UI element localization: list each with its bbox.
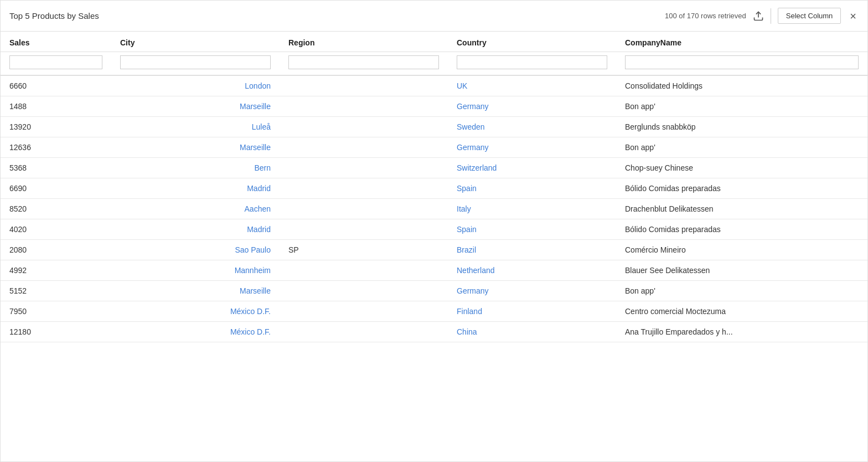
cell-country: Germany [448, 281, 616, 301]
filter-cell-company [616, 52, 867, 76]
cell-company: Bon app' [616, 96, 867, 117]
filter-input-region[interactable] [288, 55, 439, 69]
cell-region [280, 322, 448, 342]
cell-city: Luleå [111, 117, 280, 137]
table-row: 12636MarseilleGermanyBon app' [1, 137, 867, 158]
cell-country: UK [448, 75, 616, 96]
cell-region [280, 281, 448, 301]
filter-input-city[interactable] [120, 55, 271, 69]
table-row: 13920LuleåSwedenBerglunds snabbköp [1, 117, 867, 137]
cell-company: Bólido Comidas preparadas [616, 219, 867, 240]
cell-city: London [111, 75, 280, 96]
main-container: Top 5 Products by Sales 100 of 170 rows … [0, 0, 868, 462]
cell-sales: 1488 [1, 96, 111, 117]
table-body: 6660LondonUKConsolidated Holdings1488Mar… [1, 75, 867, 342]
cell-region [280, 199, 448, 219]
col-header-region: Region [280, 32, 448, 52]
table-row: 6690MadridSpainBólido Comidas preparadas [1, 178, 867, 199]
cell-region [280, 219, 448, 240]
cell-sales: 12180 [1, 322, 111, 342]
col-header-company: CompanyName [616, 32, 867, 52]
filter-cell-city [111, 52, 280, 76]
cell-company: Ana Trujillo Emparedados y h... [616, 322, 867, 342]
rows-info: 100 of 170 rows retrieved [665, 12, 746, 20]
col-header-country: Country [448, 32, 616, 52]
cell-country: Spain [448, 178, 616, 199]
cell-country: Germany [448, 137, 616, 158]
cell-company: Bólido Comidas preparadas [616, 178, 867, 199]
cell-country: Brazil [448, 240, 616, 260]
cell-city: Bern [111, 158, 280, 178]
cell-region [280, 178, 448, 199]
cell-city: Mannheim [111, 260, 280, 281]
cell-region [280, 301, 448, 322]
cell-sales: 4020 [1, 219, 111, 240]
col-header-city: City [111, 32, 280, 52]
cell-region [280, 75, 448, 96]
filter-input-sales[interactable] [9, 55, 102, 69]
table-row: 8520AachenItalyDrachenblut Delikatessen [1, 199, 867, 219]
cell-region [280, 137, 448, 158]
cell-city: Madrid [111, 219, 280, 240]
cell-sales: 6660 [1, 75, 111, 96]
filter-input-company[interactable] [625, 55, 859, 69]
header-actions: 100 of 170 rows retrieved Select Column … [665, 8, 859, 24]
cell-sales: 7950 [1, 301, 111, 322]
cell-country: Netherland [448, 260, 616, 281]
cell-company: Consolidated Holdings [616, 75, 867, 96]
cell-sales: 6690 [1, 178, 111, 199]
cell-region [280, 117, 448, 137]
table-header: Top 5 Products by Sales 100 of 170 rows … [1, 1, 867, 32]
select-column-button[interactable]: Select Column [778, 8, 841, 24]
cell-company: Bon app' [616, 137, 867, 158]
cell-sales: 5368 [1, 158, 111, 178]
filter-cell-sales [1, 52, 111, 76]
table-row: 12180México D.F.ChinaAna Trujillo Empare… [1, 322, 867, 342]
cell-region [280, 158, 448, 178]
cell-city: México D.F. [111, 301, 280, 322]
cell-region: SP [280, 240, 448, 260]
cell-company: Drachenblut Delikatessen [616, 199, 867, 219]
data-table: Sales City Region Country CompanyName [1, 32, 867, 342]
table-row: 5368BernSwitzerlandChop-suey Chinese [1, 158, 867, 178]
filter-row [1, 52, 867, 76]
cell-city: México D.F. [111, 322, 280, 342]
cell-country: China [448, 322, 616, 342]
cell-country: Spain [448, 219, 616, 240]
cell-city: Sao Paulo [111, 240, 280, 260]
close-button[interactable]: × [848, 11, 859, 22]
cell-region [280, 96, 448, 117]
cell-sales: 2080 [1, 240, 111, 260]
table-row: 4992MannheimNetherlandBlauer See Delikat… [1, 260, 867, 281]
cell-country: Sweden [448, 117, 616, 137]
cell-city: Marseille [111, 281, 280, 301]
table-row: 4020MadridSpainBólido Comidas preparadas [1, 219, 867, 240]
cell-sales: 12636 [1, 137, 111, 158]
cell-company: Comércio Mineiro [616, 240, 867, 260]
filter-cell-region [280, 52, 448, 76]
cell-company: Bon app' [616, 281, 867, 301]
cell-country: Germany [448, 96, 616, 117]
cell-sales: 5152 [1, 281, 111, 301]
table-row: 1488MarseilleGermanyBon app' [1, 96, 867, 117]
cell-sales: 13920 [1, 117, 111, 137]
cell-city: Madrid [111, 178, 280, 199]
table-row: 7950México D.F.FinlandCentro comercial M… [1, 301, 867, 322]
export-icon[interactable] [753, 11, 764, 22]
filter-input-country[interactable] [457, 55, 607, 69]
filter-cell-country [448, 52, 616, 76]
cell-city: Marseille [111, 96, 280, 117]
cell-city: Aachen [111, 199, 280, 219]
cell-company: Blauer See Delikatessen [616, 260, 867, 281]
cell-company: Centro comercial Moctezuma [616, 301, 867, 322]
page-title: Top 5 Products by Sales [9, 11, 99, 20]
cell-country: Finland [448, 301, 616, 322]
col-header-sales: Sales [1, 32, 111, 52]
cell-company: Chop-suey Chinese [616, 158, 867, 178]
table-row: 6660LondonUKConsolidated Holdings [1, 75, 867, 96]
cell-country: Italy [448, 199, 616, 219]
cell-sales: 8520 [1, 199, 111, 219]
column-headers: Sales City Region Country CompanyName [1, 32, 867, 52]
divider [771, 8, 771, 24]
table-row: 2080Sao PauloSPBrazilComércio Mineiro [1, 240, 867, 260]
